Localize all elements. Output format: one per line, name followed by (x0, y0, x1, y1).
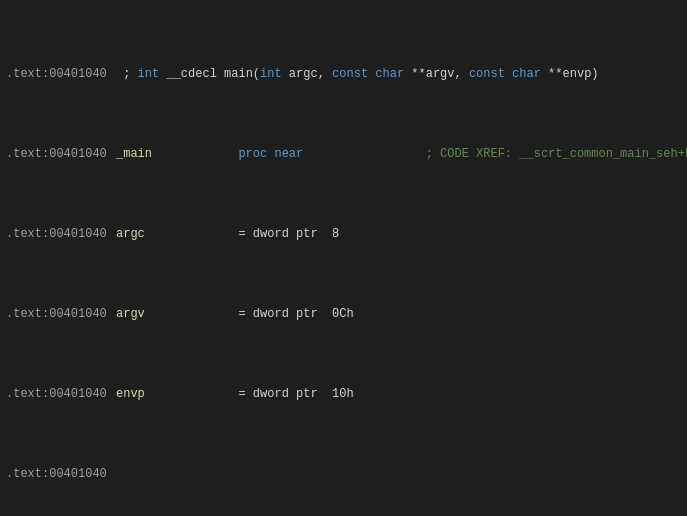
address: .text:00401040 (6, 386, 116, 402)
address: .text:00401040 (6, 146, 116, 162)
code-view: .text:00401040 ; int __cdecl main(int ar… (0, 0, 687, 516)
var-name: argv (116, 306, 238, 322)
proc-name: _main (116, 146, 238, 162)
address: .text:00401040 (6, 306, 116, 322)
code-line: .text:00401040 envp = dword ptr 10h (4, 386, 683, 402)
address: .text:00401040 (6, 466, 116, 482)
proc-keyword: proc near (238, 146, 303, 162)
code-line: .text:00401040 _main proc near ; CODE XR… (4, 146, 683, 162)
code-line: .text:00401040 (4, 466, 683, 482)
address: .text:00401040 (6, 66, 116, 82)
var-name: argc (116, 226, 238, 242)
code-line: .text:00401040 ; int __cdecl main(int ar… (4, 66, 683, 82)
address: .text:00401040 (6, 226, 116, 242)
var-name: envp (116, 386, 238, 402)
code-line: .text:00401040 argc = dword ptr 8 (4, 226, 683, 242)
code-line: .text:00401040 argv = dword ptr 0Ch (4, 306, 683, 322)
comment: ; CODE XREF: __scrt_common_main_seh+F5↓p (426, 146, 687, 162)
